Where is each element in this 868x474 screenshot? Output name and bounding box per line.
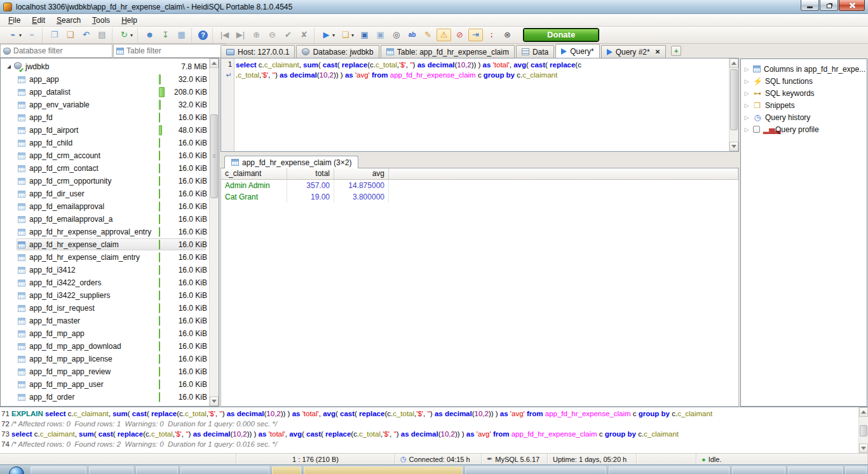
- taskbar-button[interactable]: [180, 466, 269, 474]
- scroll-down-icon[interactable]: [859, 444, 868, 453]
- paste-button[interactable]: ❑: [63, 29, 78, 41]
- tree-item-app-fd-mp-app-review[interactable]: app_fd_mp_app_review16.0 KiB: [1, 365, 208, 378]
- database-filter[interactable]: [0, 44, 112, 58]
- menu-edit[interactable]: Edit: [26, 15, 51, 26]
- tree-item-app-fd-crm-account[interactable]: app_fd_crm_account16.0 KiB: [1, 149, 208, 162]
- tab-table-app-fd-hr-expense-claim[interactable]: Table: app_fd_hr_expense_claim: [381, 45, 515, 58]
- taskbar-button[interactable]: [788, 466, 843, 474]
- kill-query-button[interactable]: ⊗: [500, 29, 515, 41]
- donate-button[interactable]: Donate: [524, 29, 599, 41]
- result-row[interactable]: Cat Grant19.003.800000: [221, 191, 738, 203]
- start-button[interactable]: [9, 466, 24, 474]
- result-cell[interactable]: 19.00: [287, 191, 334, 203]
- taskbar-button[interactable]: [31, 466, 86, 474]
- single-queries-button[interactable]: ;: [484, 29, 499, 41]
- tree-item-app-fd-emailapproval[interactable]: app_fd_emailapproval16.0 KiB: [1, 200, 208, 213]
- taskbar-button[interactable]: [304, 466, 463, 474]
- result-cell[interactable]: 14.875000: [334, 180, 389, 191]
- taskbar-button[interactable]: [732, 466, 785, 474]
- result-tab[interactable]: app_fd_hr_expense_claim (3×2): [224, 156, 358, 168]
- save-sql-as-button[interactable]: ▣: [373, 29, 388, 41]
- close-tab-icon[interactable]: ✕: [655, 48, 660, 55]
- result-cell[interactable]: Admin Admin: [221, 180, 287, 191]
- tree-item-app-fd-mp-app-user[interactable]: app_fd_mp_app_user16.0 KiB: [1, 378, 208, 391]
- expander-icon[interactable]: ▷: [743, 114, 750, 121]
- sql-functions-node[interactable]: ▷⚡SQL functions: [743, 75, 867, 87]
- undo-button[interactable]: ↶: [79, 29, 93, 41]
- tree-item-app-fd-airport[interactable]: app_fd_airport48.0 KiB: [1, 124, 208, 137]
- log-scrollbar[interactable]: [858, 407, 868, 453]
- tree-item-app-fd-i3422-suppliers[interactable]: app_fd_i3422_suppliers16.0 KiB: [1, 289, 208, 302]
- columns-node[interactable]: ▷Columns in app_fd_hr_expe...: [743, 63, 867, 75]
- grid-export-button[interactable]: ▦: [174, 29, 189, 41]
- insert-row-button[interactable]: ⊕: [249, 29, 264, 41]
- tree-scrollbar[interactable]: [209, 58, 219, 406]
- menu-search[interactable]: Search: [51, 15, 86, 26]
- delete-row-button[interactable]: ⊖: [265, 29, 280, 41]
- menu-tools[interactable]: Tools: [86, 15, 116, 26]
- checkbox[interactable]: [753, 126, 760, 133]
- restore-button[interactable]: [820, 0, 838, 11]
- user-manager-button[interactable]: ☻: [142, 29, 157, 41]
- find-text-button[interactable]: ◎: [389, 29, 403, 41]
- scroll-down-icon[interactable]: [729, 142, 738, 151]
- tree-item-app-fd-hr-expense-approval-entry[interactable]: app_fd_hr_expense_approval_entry16.0 KiB: [1, 226, 208, 238]
- tree-item-app-fd-child[interactable]: app_fd_child16.0 KiB: [1, 137, 208, 149]
- expander-icon[interactable]: ▷: [743, 102, 750, 109]
- query-profile-node[interactable]: ▷▂▅▃Query profile: [743, 123, 867, 135]
- tree-item-app-env-variable[interactable]: app_env_variable32.0 KiB: [1, 98, 208, 111]
- scroll-thumb[interactable]: [730, 69, 738, 130]
- expander-icon[interactable]: ▷: [743, 78, 750, 85]
- taskbar-button[interactable]: [609, 466, 729, 474]
- query-editor[interactable]: 1↵ select c.c_claimant, sum( cast( repla…: [220, 58, 739, 152]
- stop-on-errors-button[interactable]: ⊘: [452, 29, 467, 41]
- tree-item-app-fd-i3412[interactable]: app_fd_i341216.0 KiB: [1, 264, 208, 276]
- expander-icon[interactable]: ▷: [743, 66, 750, 72]
- tree-item-app-fd-dir-user[interactable]: app_fd_dir_user16.0 KiB: [1, 187, 208, 200]
- menu-help[interactable]: Help: [116, 15, 143, 26]
- tree-item-app-fd-hr-expense-claim-entry[interactable]: app_fd_hr_expense_claim_entry16.0 KiB: [1, 251, 208, 264]
- close-button[interactable]: [839, 0, 865, 11]
- blob-as-text-button[interactable]: ⇥: [468, 29, 483, 41]
- sql-keywords-node[interactable]: ▷⊶SQL keywords: [743, 87, 867, 99]
- tree-item-app-fd-crm-opportunity[interactable]: app_fd_crm_opportunity16.0 KiB: [1, 175, 208, 187]
- tree-item-app-fd[interactable]: app_fd16.0 KiB: [1, 111, 208, 124]
- taskbar-button[interactable]: [136, 466, 178, 474]
- tree-item-app-app[interactable]: app_app32.0 KiB: [1, 73, 208, 86]
- new-query-tab-button[interactable]: +: [671, 46, 681, 56]
- post-changes-button[interactable]: ✔: [281, 29, 295, 41]
- scroll-down-icon[interactable]: [210, 396, 219, 406]
- tree-item-database[interactable]: ✔jwdbkb7.8 MiB: [1, 60, 208, 73]
- expander-icon[interactable]: ▷: [743, 126, 750, 133]
- run-query-button[interactable]: ▶▾: [319, 29, 337, 41]
- query-history-node[interactable]: ▷◷Query history: [743, 111, 867, 123]
- result-row[interactable]: Admin Admin357.0014.875000: [221, 180, 738, 191]
- tab-query[interactable]: Query*: [555, 44, 599, 58]
- find-replace-button[interactable]: ab: [405, 29, 419, 41]
- table-filter[interactable]: [113, 44, 226, 58]
- editor-lines[interactable]: select c.c_claimant, sum( cast( replace(…: [234, 58, 728, 151]
- revert-changes-button[interactable]: ✘: [297, 29, 311, 41]
- taskbar-button[interactable]: [465, 466, 606, 474]
- scroll-thumb[interactable]: [860, 425, 867, 437]
- last-record-button[interactable]: ▶|: [233, 29, 248, 41]
- result-grid[interactable]: c_claimanttotalavg Admin Admin357.0014.8…: [220, 168, 739, 407]
- save-sql-button[interactable]: ▣: [357, 29, 372, 41]
- result-cell[interactable]: 357.00: [287, 180, 334, 191]
- database-filter-input[interactable]: [13, 46, 112, 55]
- expander-icon[interactable]: ▷: [743, 90, 750, 97]
- scroll-up-icon[interactable]: [729, 58, 738, 68]
- tab-database-jwdbkb[interactable]: Database: jwdbkb: [296, 45, 379, 58]
- taskbar-button[interactable]: [89, 466, 133, 474]
- taskbar-button[interactable]: [845, 466, 867, 474]
- column-header-c-claimant[interactable]: c_claimant: [221, 168, 287, 179]
- result-cell[interactable]: 3.800000: [334, 191, 389, 203]
- copy-button[interactable]: ❐: [47, 29, 62, 41]
- tree-item-app-fd-emailapproval-a[interactable]: app_fd_emailapproval_a16.0 KiB: [1, 213, 208, 226]
- print-button[interactable]: ▤: [95, 29, 109, 41]
- tab-data[interactable]: Data: [516, 45, 554, 58]
- help-button[interactable]: ?: [196, 29, 210, 41]
- disconnect-button[interactable]: ⌁: [25, 29, 39, 41]
- reformat-sql-button[interactable]: ✎: [421, 29, 435, 41]
- column-header-avg[interactable]: avg: [334, 168, 389, 179]
